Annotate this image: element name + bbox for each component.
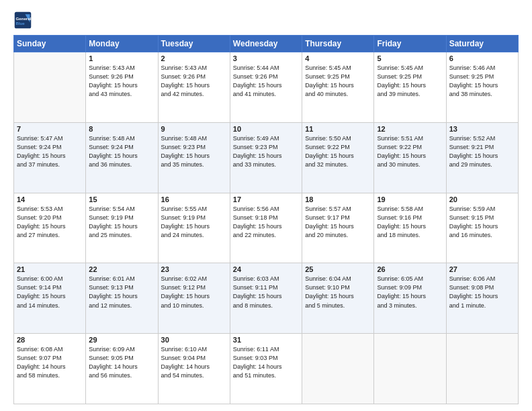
calendar-cell: 28Sunrise: 6:08 AM Sunset: 9:07 PM Dayli… [14,334,86,404]
calendar-cell: 14Sunrise: 5:53 AM Sunset: 9:20 PM Dayli… [14,193,86,263]
calendar-cell: 15Sunrise: 5:54 AM Sunset: 9:19 PM Dayli… [86,193,158,263]
calendar-cell: 12Sunrise: 5:51 AM Sunset: 9:22 PM Dayli… [374,122,446,193]
day-number: 5 [377,54,443,62]
calendar-cell: 3Sunrise: 5:44 AM Sunset: 9:26 PM Daylig… [230,52,302,123]
day-number: 17 [233,195,299,203]
day-info: Sunrise: 5:45 AM Sunset: 9:25 PM Dayligh… [305,64,371,99]
day-number: 13 [449,125,515,133]
day-info: Sunrise: 5:43 AM Sunset: 9:26 PM Dayligh… [89,64,154,99]
weekday-header-saturday: Saturday [446,36,518,52]
day-info: Sunrise: 6:08 AM Sunset: 9:07 PM Dayligh… [17,345,83,380]
weekday-header-tuesday: Tuesday [158,36,230,52]
calendar-row-3: 14Sunrise: 5:53 AM Sunset: 9:20 PM Dayli… [14,193,519,263]
day-number: 3 [233,54,299,62]
day-info: Sunrise: 5:50 AM Sunset: 9:22 PM Dayligh… [305,134,371,169]
day-info: Sunrise: 6:11 AM Sunset: 9:03 PM Dayligh… [233,345,299,380]
day-info: Sunrise: 5:52 AM Sunset: 9:21 PM Dayligh… [449,134,515,169]
day-number: 22 [89,265,154,273]
day-number: 8 [89,125,154,133]
day-number: 31 [233,336,299,344]
day-number: 14 [17,195,83,203]
calendar-cell [302,334,374,404]
calendar-cell: 17Sunrise: 5:56 AM Sunset: 9:18 PM Dayli… [230,193,302,263]
weekday-header-wednesday: Wednesday [230,36,302,52]
day-number: 30 [161,336,227,344]
logo: General Blue [13,11,32,30]
day-info: Sunrise: 6:10 AM Sunset: 9:04 PM Dayligh… [161,345,227,380]
day-number: 27 [449,265,515,273]
calendar-table: SundayMondayTuesdayWednesdayThursdayFrid… [13,35,519,404]
day-number: 28 [17,336,83,344]
day-info: Sunrise: 5:48 AM Sunset: 9:23 PM Dayligh… [161,134,227,169]
calendar-row-5: 28Sunrise: 6:08 AM Sunset: 9:07 PM Dayli… [14,334,519,404]
day-number: 18 [305,195,371,203]
day-number: 26 [377,265,443,273]
day-number: 24 [233,265,299,273]
day-number: 4 [305,54,371,62]
day-info: Sunrise: 5:47 AM Sunset: 9:24 PM Dayligh… [17,134,83,169]
day-info: Sunrise: 6:02 AM Sunset: 9:12 PM Dayligh… [161,275,227,310]
calendar-cell: 4Sunrise: 5:45 AM Sunset: 9:25 PM Daylig… [302,52,374,123]
calendar-cell: 13Sunrise: 5:52 AM Sunset: 9:21 PM Dayli… [446,122,518,193]
day-info: Sunrise: 6:04 AM Sunset: 9:10 PM Dayligh… [305,275,371,310]
svg-text:Blue: Blue [16,21,26,26]
day-info: Sunrise: 5:58 AM Sunset: 9:16 PM Dayligh… [377,205,443,240]
weekday-header-row: SundayMondayTuesdayWednesdayThursdayFrid… [14,36,519,52]
day-info: Sunrise: 5:48 AM Sunset: 9:24 PM Dayligh… [89,134,154,169]
day-info: Sunrise: 5:59 AM Sunset: 9:15 PM Dayligh… [449,205,515,240]
calendar-cell: 9Sunrise: 5:48 AM Sunset: 9:23 PM Daylig… [158,122,230,193]
calendar-cell: 29Sunrise: 6:09 AM Sunset: 9:05 PM Dayli… [86,334,158,404]
calendar-cell: 18Sunrise: 5:57 AM Sunset: 9:17 PM Dayli… [302,193,374,263]
day-info: Sunrise: 5:56 AM Sunset: 9:18 PM Dayligh… [233,205,299,240]
calendar-cell: 27Sunrise: 6:06 AM Sunset: 9:08 PM Dayli… [446,263,518,334]
weekday-header-thursday: Thursday [302,36,374,52]
calendar-cell [446,334,518,404]
day-info: Sunrise: 6:06 AM Sunset: 9:08 PM Dayligh… [449,275,515,310]
day-number: 21 [17,265,83,273]
day-number: 23 [161,265,227,273]
header: General Blue [13,11,519,30]
day-number: 11 [305,125,371,133]
day-number: 7 [17,125,83,133]
calendar-cell: 7Sunrise: 5:47 AM Sunset: 9:24 PM Daylig… [14,122,86,193]
svg-text:General: General [16,16,32,21]
day-number: 19 [377,195,443,203]
calendar-cell: 6Sunrise: 5:46 AM Sunset: 9:25 PM Daylig… [446,52,518,123]
calendar-cell: 10Sunrise: 5:49 AM Sunset: 9:23 PM Dayli… [230,122,302,193]
page: General Blue SundayMondayTuesdayWednesda… [0,0,532,411]
day-info: Sunrise: 5:45 AM Sunset: 9:25 PM Dayligh… [377,64,443,99]
calendar-cell [14,52,86,123]
calendar-row-2: 7Sunrise: 5:47 AM Sunset: 9:24 PM Daylig… [14,122,519,193]
day-info: Sunrise: 6:09 AM Sunset: 9:05 PM Dayligh… [89,345,154,380]
day-number: 20 [449,195,515,203]
day-number: 2 [161,54,227,62]
day-info: Sunrise: 5:46 AM Sunset: 9:25 PM Dayligh… [449,64,515,99]
day-info: Sunrise: 5:49 AM Sunset: 9:23 PM Dayligh… [233,134,299,169]
calendar-cell: 26Sunrise: 6:05 AM Sunset: 9:09 PM Dayli… [374,263,446,334]
weekday-header-sunday: Sunday [14,36,86,52]
calendar-cell: 16Sunrise: 5:55 AM Sunset: 9:19 PM Dayli… [158,193,230,263]
calendar-cell: 8Sunrise: 5:48 AM Sunset: 9:24 PM Daylig… [86,122,158,193]
day-info: Sunrise: 6:01 AM Sunset: 9:13 PM Dayligh… [89,275,154,310]
day-info: Sunrise: 5:57 AM Sunset: 9:17 PM Dayligh… [305,205,371,240]
day-number: 1 [89,54,154,62]
calendar-cell: 22Sunrise: 6:01 AM Sunset: 9:13 PM Dayli… [86,263,158,334]
calendar-cell: 19Sunrise: 5:58 AM Sunset: 9:16 PM Dayli… [374,193,446,263]
calendar-cell: 21Sunrise: 6:00 AM Sunset: 9:14 PM Dayli… [14,263,86,334]
day-number: 10 [233,125,299,133]
calendar-cell: 31Sunrise: 6:11 AM Sunset: 9:03 PM Dayli… [230,334,302,404]
day-number: 25 [305,265,371,273]
day-info: Sunrise: 6:00 AM Sunset: 9:14 PM Dayligh… [17,275,83,310]
day-info: Sunrise: 6:03 AM Sunset: 9:11 PM Dayligh… [233,275,299,310]
day-info: Sunrise: 5:53 AM Sunset: 9:20 PM Dayligh… [17,205,83,240]
calendar-cell: 11Sunrise: 5:50 AM Sunset: 9:22 PM Dayli… [302,122,374,193]
calendar-cell: 2Sunrise: 5:43 AM Sunset: 9:26 PM Daylig… [158,52,230,123]
calendar-row-4: 21Sunrise: 6:00 AM Sunset: 9:14 PM Dayli… [14,263,519,334]
calendar-cell: 1Sunrise: 5:43 AM Sunset: 9:26 PM Daylig… [86,52,158,123]
day-info: Sunrise: 5:43 AM Sunset: 9:26 PM Dayligh… [161,64,227,99]
day-info: Sunrise: 6:05 AM Sunset: 9:09 PM Dayligh… [377,275,443,310]
day-info: Sunrise: 5:55 AM Sunset: 9:19 PM Dayligh… [161,205,227,240]
day-info: Sunrise: 5:54 AM Sunset: 9:19 PM Dayligh… [89,205,154,240]
calendar-cell: 25Sunrise: 6:04 AM Sunset: 9:10 PM Dayli… [302,263,374,334]
calendar-cell: 23Sunrise: 6:02 AM Sunset: 9:12 PM Dayli… [158,263,230,334]
